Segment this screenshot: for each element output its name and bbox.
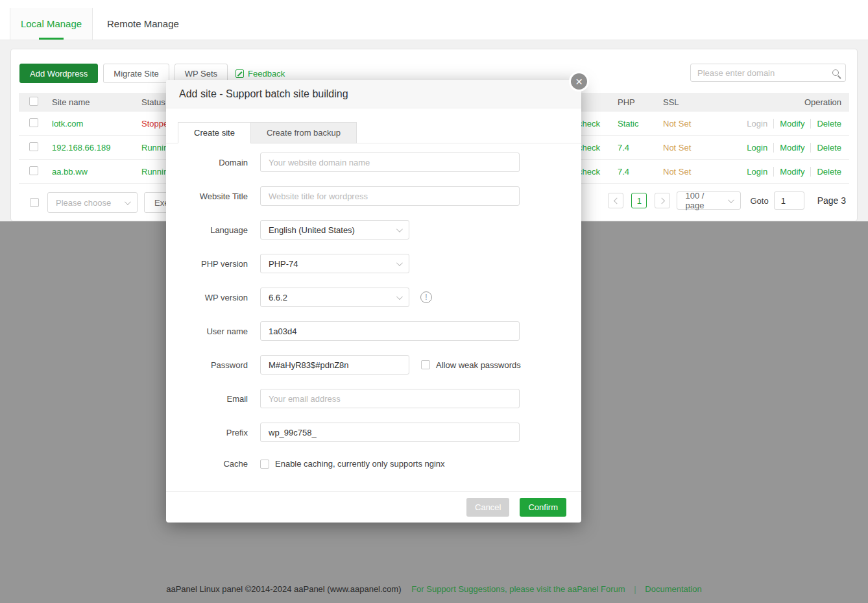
chevron-right-icon [658, 197, 665, 204]
tab-local-manage-label: Local Manage [21, 18, 82, 29]
language-label: Language [166, 225, 248, 235]
chevron-down-icon [396, 293, 403, 300]
batch-action-select[interactable]: Please choose [47, 192, 138, 213]
copyright-text: aaPanel Linux panel ©2014-2024 aaPanel (… [166, 584, 401, 594]
php-version-select[interactable]: PHP-74 [260, 254, 409, 273]
page-info: Page 3 [817, 195, 846, 206]
php-version-value: PHP-74 [269, 259, 298, 269]
search-icon[interactable] [832, 69, 839, 76]
delete-action[interactable]: Delete [810, 143, 841, 153]
php-version-value[interactable]: 7.4 [618, 143, 629, 153]
chevron-down-icon [396, 226, 403, 232]
modify-action[interactable]: Modify [773, 119, 810, 129]
website-title-input[interactable] [260, 186, 520, 206]
next-page-button[interactable] [655, 193, 670, 208]
modify-action[interactable]: Modify [773, 143, 810, 153]
domain-search-box [690, 64, 846, 82]
modal-title: Add site - Support batch site building [166, 80, 581, 108]
tab-local-manage[interactable]: Local Manage [10, 8, 93, 40]
header-php: PHP [618, 97, 663, 107]
wp-version-select[interactable]: 6.6.2 [260, 288, 409, 307]
email-input[interactable] [260, 389, 520, 408]
security-check-link[interactable]: check [578, 167, 600, 177]
password-label: Password [166, 360, 248, 370]
add-wordpress-button[interactable]: Add Wordpress [19, 64, 98, 83]
domain-input[interactable] [260, 153, 520, 172]
tab-remote-manage-label: Remote Manage [107, 18, 179, 29]
top-tab-bar: Local Manage Remote Manage [0, 0, 868, 40]
site-name-link[interactable]: 192.168.66.189 [52, 143, 110, 153]
enable-caching-option[interactable]: Enable caching, currently only supports … [260, 459, 445, 469]
footer-separator: | [634, 584, 636, 594]
header-ssl: SSL [663, 97, 734, 107]
feedback-label: Feedback [248, 69, 285, 79]
support-forum-link[interactable]: For Support Suggestions, please visit th… [411, 584, 625, 594]
user-name-label: User name [166, 326, 248, 336]
security-check-link[interactable]: check [578, 143, 600, 153]
goto-label: Goto [750, 196, 768, 206]
row-checkbox[interactable] [29, 142, 38, 151]
confirm-button[interactable]: Confirm [520, 498, 566, 517]
chevron-down-icon [125, 199, 131, 205]
ssl-status[interactable]: Not Set [663, 119, 734, 129]
password-input[interactable] [260, 355, 409, 375]
ssl-status[interactable]: Not Set [663, 167, 734, 177]
modal-close-button[interactable]: ✕ [569, 71, 589, 92]
create-site-form: Domain Website Title Language English (U… [166, 153, 581, 469]
cache-label: Cache [166, 459, 248, 469]
row-checkbox[interactable] [29, 166, 38, 175]
cancel-button[interactable]: Cancel [466, 498, 509, 517]
feedback-link[interactable]: Feedback [235, 69, 285, 79]
wp-version-value: 6.6.2 [269, 293, 287, 302]
allow-weak-passwords-checkbox[interactable] [421, 360, 430, 369]
login-action[interactable]: Login [741, 167, 773, 177]
per-page-select[interactable]: 100 / page [677, 191, 741, 210]
language-select[interactable]: English (United States) [260, 220, 409, 240]
prefix-input[interactable] [260, 423, 520, 442]
goto-page-input[interactable] [774, 191, 804, 210]
email-label: Email [166, 394, 248, 404]
ssl-status[interactable]: Not Set [663, 143, 734, 153]
select-all-checkbox[interactable] [29, 97, 38, 106]
documentation-link[interactable]: Documentation [645, 584, 701, 594]
per-page-value: 100 / page [685, 191, 723, 210]
enable-caching-label: Enable caching, currently only supports … [275, 459, 445, 469]
tab-remote-manage[interactable]: Remote Manage [93, 8, 193, 40]
site-name-link[interactable]: lotk.com [52, 119, 83, 129]
page-number-button[interactable]: 1 [631, 193, 647, 208]
modal-footer: Cancel Confirm [166, 491, 581, 523]
header-operation: Operation [734, 97, 849, 107]
batch-select-placeholder: Please choose [56, 198, 111, 208]
pagination: 1 100 / page Goto Page 3 [608, 191, 846, 210]
feedback-edit-icon [235, 69, 244, 78]
tab-create-site[interactable]: Create site [178, 122, 251, 143]
page-footer: aaPanel Linux panel ©2014-2024 aaPanel (… [0, 584, 868, 594]
php-version-value[interactable]: 7.4 [618, 167, 629, 177]
php-version-value[interactable]: Static [618, 119, 639, 129]
site-name-link[interactable]: aa.bb.ww [52, 167, 88, 177]
row-checkbox[interactable] [29, 118, 38, 127]
modal-tabs: Create site Create from backup [178, 122, 581, 143]
migrate-site-button[interactable]: Migrate Site [103, 64, 169, 83]
domain-search-input[interactable] [697, 68, 832, 78]
prev-page-button[interactable] [608, 193, 623, 208]
header-site-name: Site name [52, 97, 141, 107]
allow-weak-passwords-label: Allow weak passwords [436, 360, 521, 370]
enable-caching-checkbox[interactable] [260, 460, 269, 469]
delete-action[interactable]: Delete [810, 167, 841, 177]
batch-select-checkbox[interactable] [30, 198, 39, 207]
allow-weak-passwords-option[interactable]: Allow weak passwords [421, 360, 521, 370]
modify-action[interactable]: Modify [773, 167, 810, 177]
login-action[interactable]: Login [741, 143, 773, 153]
login-action: Login [741, 119, 773, 129]
chevron-down-icon [728, 197, 734, 203]
delete-action[interactable]: Delete [810, 119, 841, 129]
domain-label: Domain [166, 158, 248, 167]
language-value: English (United States) [269, 225, 355, 235]
tab-create-from-backup[interactable]: Create from backup [250, 122, 357, 143]
chevron-down-icon [396, 260, 403, 266]
close-icon: ✕ [575, 77, 583, 87]
prefix-label: Prefix [166, 428, 248, 437]
user-name-input[interactable] [260, 321, 520, 341]
security-check-link[interactable]: check [578, 119, 600, 129]
